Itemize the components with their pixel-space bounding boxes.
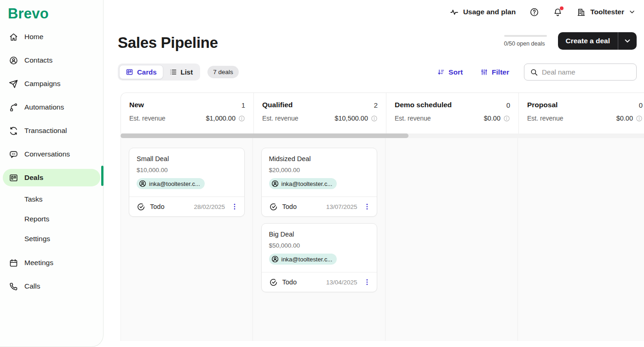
task-due-date: 13/07/2025 [326, 203, 357, 210]
deal-card-midsized-deal[interactable]: Midsized Deal $20,000.00 inka@tooltester… [261, 148, 377, 217]
deal-search-box [524, 64, 637, 81]
card-menu-kebab-icon[interactable] [230, 202, 239, 211]
contacts-icon [9, 56, 18, 65]
chat-bubble-icon [9, 150, 18, 159]
contact-chip[interactable]: inka@tooltester.c... [269, 178, 337, 189]
lane-proposal [518, 138, 644, 341]
deal-card-footer: Todo 13/04/2025 [262, 272, 377, 292]
paper-plane-icon [9, 79, 18, 89]
notifications-button[interactable] [553, 7, 563, 17]
column-header-demo-scheduled: Demo scheduled 0 Est. revenue $0.00 [386, 93, 518, 133]
sidebar-item-label: Tasks [24, 195, 43, 203]
task-status: Todo [150, 203, 164, 210]
sidebar-item-label: Transactional [24, 127, 67, 135]
sidebar-item-label: Campaigns [24, 80, 60, 88]
sidebar-item-label: Reports [24, 215, 49, 223]
info-icon[interactable] [371, 115, 378, 122]
info-icon[interactable] [503, 115, 510, 122]
sort-button[interactable]: Sort [437, 68, 463, 76]
activity-pulse-icon [449, 7, 459, 17]
est-revenue-label: Est. revenue [262, 115, 299, 122]
deal-card-big-deal[interactable]: Big Deal $50,000.00 inka@tooltester.c...… [261, 223, 377, 292]
create-deal-button[interactable]: Create a deal [558, 32, 618, 50]
board-column-headers: New 1 Est. revenue $1,000.00 Qualified 2 [121, 93, 644, 133]
sidebar-item-conversations[interactable]: Conversations [3, 145, 100, 163]
deal-card-small-deal[interactable]: Small Deal $10,000.00 inka@tooltester.c.… [129, 148, 245, 217]
column-name: Qualified [262, 101, 293, 109]
sidebar-item-meetings[interactable]: Meetings [3, 254, 100, 272]
board-horizontal-scrollbar[interactable] [121, 133, 644, 138]
lane-demo-scheduled [385, 138, 518, 341]
tab-list-view[interactable]: List [163, 65, 199, 79]
pipeline-board: New 1 Est. revenue $1,000.00 Qualified 2 [104, 93, 644, 341]
help-button[interactable] [529, 7, 539, 17]
filter-button[interactable]: Filter [480, 68, 509, 76]
sidebar-item-automations[interactable]: Automations [3, 98, 100, 116]
card-menu-kebab-icon[interactable] [363, 278, 371, 286]
sidebar-item-tasks[interactable]: Tasks [3, 192, 100, 206]
lane-qualified: Midsized Deal $20,000.00 inka@tooltester… [253, 138, 385, 341]
sort-icon [437, 68, 445, 76]
sidebar-item-calls[interactable]: Calls [3, 278, 100, 295]
notification-badge [560, 6, 564, 10]
topbar: Usage and plan Tooltester [104, 0, 644, 24]
contact-chip[interactable]: inka@tooltester.c... [269, 254, 337, 265]
account-menu[interactable]: Tooltester [576, 7, 636, 17]
list-icon [169, 68, 177, 76]
column-deal-count: 2 [374, 101, 378, 109]
calendar-icon [9, 258, 18, 268]
est-revenue-value: $0.00 [484, 115, 500, 122]
task-check-icon[interactable] [269, 278, 278, 287]
lane-new: Small Deal $10,000.00 inka@tooltester.c.… [121, 138, 253, 341]
brevo-logo[interactable]: Brevo [0, 0, 103, 22]
page-header-actions: 0/50 open deals Create a deal [504, 32, 637, 50]
chevron-down-icon [623, 37, 632, 45]
sync-arrows-icon [9, 126, 18, 136]
view-toggle: Cards List [118, 64, 200, 81]
contact-avatar-icon [271, 179, 279, 188]
usage-and-plan-label: Usage and plan [463, 8, 516, 16]
info-icon[interactable] [636, 115, 643, 122]
column-deal-count: 1 [242, 101, 245, 109]
task-due-date: 28/02/2025 [194, 203, 225, 210]
task-check-icon[interactable] [269, 202, 278, 211]
tab-label: List [181, 68, 193, 76]
task-check-icon[interactable] [137, 202, 145, 211]
deal-search-input[interactable] [542, 68, 632, 76]
sidebar-item-label: Deals [24, 174, 43, 182]
tab-label: Cards [137, 68, 157, 76]
usage-and-plan-link[interactable]: Usage and plan [449, 7, 516, 17]
page-header: Sales Pipeline 0/50 open deals Create a … [104, 24, 644, 52]
sidebar-item-label: Meetings [24, 259, 53, 267]
page-title: Sales Pipeline [118, 34, 218, 52]
card-menu-kebab-icon[interactable] [363, 202, 371, 211]
sidebar-item-transactional[interactable]: Transactional [3, 122, 100, 139]
deal-title: Midsized Deal [269, 155, 369, 162]
scrollbar-thumb[interactable] [121, 133, 408, 138]
sidebar-item-settings[interactable]: Settings [3, 232, 100, 246]
home-icon [9, 32, 18, 42]
sidebar-item-reports[interactable]: Reports [3, 212, 100, 226]
contact-chip[interactable]: inka@tooltester.c... [137, 178, 205, 189]
board-lanes: Small Deal $10,000.00 inka@tooltester.c.… [121, 138, 644, 341]
est-revenue-value: $10,500.00 [334, 115, 368, 122]
task-due-date: 13/04/2025 [326, 279, 357, 286]
sidebar-item-label: Conversations [24, 150, 70, 158]
column-name: Proposal [527, 101, 558, 109]
sort-label: Sort [448, 68, 463, 76]
create-deal-dropdown-button[interactable] [618, 32, 637, 50]
column-header-qualified: Qualified 2 Est. revenue $10,500.00 [253, 93, 386, 133]
contact-avatar-icon [271, 255, 279, 263]
deal-title: Big Deal [269, 231, 369, 238]
automation-loop-icon [9, 103, 18, 112]
sidebar-item-deals[interactable]: Deals [3, 169, 100, 186]
est-revenue-value: $0.00 [616, 115, 633, 122]
sidebar-item-home[interactable]: Home [3, 28, 100, 46]
sidebar-item-contacts[interactable]: Contacts [3, 52, 100, 69]
sidebar-item-campaigns[interactable]: Campaigns [3, 75, 100, 93]
search-icon [530, 68, 538, 76]
sidebar-item-label: Home [24, 33, 43, 41]
help-icon [529, 7, 539, 17]
info-icon[interactable] [238, 115, 245, 122]
tab-cards-view[interactable]: Cards [119, 65, 163, 79]
